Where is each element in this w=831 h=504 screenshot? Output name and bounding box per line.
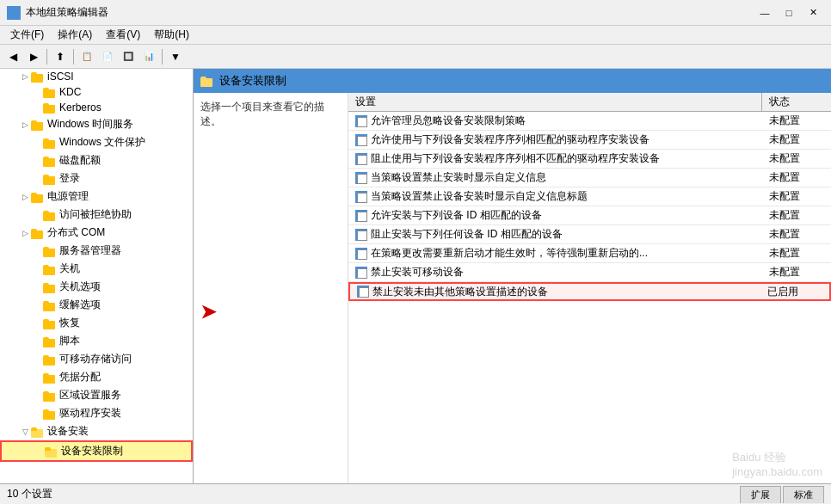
settings-button[interactable]: 📊 [139,47,158,66]
menu-bar: 文件(F) 操作(A) 查看(V) 帮助(H) [0,26,831,45]
policy-icon-1 [355,134,367,146]
row-status-0: 未配置 [762,114,831,128]
col-header-status: 状态 [762,93,831,111]
tree-item-removable-storage[interactable]: ▷ 可移动存储访问 [0,350,193,368]
folder-icon-kerberos [43,101,57,114]
table-row[interactable]: 允许使用与下列设备安装程序序列相匹配的驱动程序安装设备 未配置 [348,131,831,150]
tree-item-access-denied[interactable]: ▷ 访问被拒绝协助 [0,206,193,224]
tree-label-device-install: 设备安装 [47,424,89,439]
tree-label-scripts: 脚本 [59,334,80,348]
policy-icon-7 [355,248,367,260]
tree-item-iscsi[interactable]: ▷ iSCSI [0,69,193,84]
expand-iscsi[interactable]: ▷ [19,71,31,83]
folder-icon-disk-quota [43,155,57,167]
row-setting-8: 禁止安装可移动设备 [348,265,762,280]
maximize-button[interactable]: □ [778,4,800,22]
table-row[interactable]: 允许安装与下列设备 ID 相匹配的设备 未配置 [348,206,831,225]
expand-power[interactable]: ▷ [19,191,31,203]
row-status-7: 未配置 [762,246,831,261]
row-status-6: 未配置 [762,227,831,242]
folder-icon-kdc [43,86,57,98]
tree-label-dcom: 分布式 COM [47,225,105,240]
tree-label-kerberos: Kerberos [59,101,102,114]
tree-item-device-restrictions[interactable]: ▷ 设备安装限制 [0,440,193,462]
forward-button[interactable]: ▶ [24,47,43,66]
row-status-5: 未配置 [762,208,831,223]
tree-label-power: 电源管理 [47,189,89,204]
expand-dcom[interactable]: ▷ [19,227,31,239]
policy-icon-5 [355,210,367,222]
tree-item-windows-file[interactable]: ▷ Windows 文件保护 [0,133,193,151]
close-button[interactable]: ✕ [802,4,824,22]
tree-label-disk-quota: 磁盘配额 [59,153,101,168]
tree-item-device-install[interactable]: ▽ 设备安装 [0,422,193,440]
up-button[interactable]: ⬆ [51,47,70,66]
tree-item-credentials[interactable]: ▷ 凭据分配 [0,368,193,386]
tree-label-server-mgr: 服务器管理器 [59,243,121,258]
main-area: ▷ iSCSI ▷ KDC ▷ Kerberos ▷ Windows 时间服务 … [0,69,831,483]
tree-item-disk-quota[interactable]: ▷ 磁盘配额 [0,151,193,169]
tree-item-shutdown-opts[interactable]: ▷ 关机选项 [0,278,193,296]
tree-item-server-mgr[interactable]: ▷ 服务器管理器 [0,242,193,260]
back-button[interactable]: ◀ [3,47,22,66]
folder-icon-dcom [31,227,45,239]
tree-item-windows-time[interactable]: ▷ Windows 时间服务 [0,115,193,133]
policy-icon-0 [355,115,367,127]
tree-item-kerberos[interactable]: ▷ Kerberos [0,100,193,115]
table-row[interactable]: 当策略设置禁止安装时显示自定义信息 未配置 [348,169,831,187]
minimize-button[interactable]: — [754,4,776,22]
show-hide-button[interactable]: 📋 [77,47,96,66]
tree-label-iscsi: iSCSI [47,71,74,83]
tree-item-login[interactable]: ▷ 登录 [0,169,193,187]
tree-item-shutdown[interactable]: ▷ 关机 [0,260,193,278]
row-status-2: 未配置 [762,151,831,166]
policy-icon-6 [355,229,367,241]
row-setting-1: 允许使用与下列设备安装程序序列相匹配的驱动程序安装设备 [348,132,762,147]
window-controls: — □ ✕ [754,4,824,22]
properties-button[interactable]: 📄 [98,47,117,66]
menu-view[interactable]: 查看(V) [99,26,147,44]
view-button[interactable]: 🔲 [119,47,138,66]
row-setting-2: 阻止使用与下列设备安装程序序列相不匹配的驱动程序安装设备 [348,151,762,166]
tree-item-scripts[interactable]: ▷ 脚本 [0,332,193,350]
tree-item-driver-install[interactable]: ▷ 驱动程序安装 [0,404,193,422]
menu-action[interactable]: 操作(A) [51,26,99,44]
tab-standard[interactable]: 标准 [783,486,824,503]
tab-expand[interactable]: 扩展 [740,486,781,503]
folder-icon-win-file [43,137,57,149]
right-header-folder-icon [200,75,214,87]
menu-help[interactable]: 帮助(H) [147,26,196,44]
left-tree-pane[interactable]: ▷ iSCSI ▷ KDC ▷ Kerberos ▷ Windows 时间服务 … [0,69,194,483]
table-row[interactable]: 允许管理员忽略设备安装限制策略 未配置 [348,112,831,131]
folder-icon-access-denied [43,209,57,221]
folder-icon-iscsi [31,71,45,83]
tree-item-locale[interactable]: ▷ 区域设置服务 [0,386,193,404]
menu-file[interactable]: 文件(F) [3,26,51,44]
folder-icon-device-install [31,426,45,438]
policy-icon-8 [355,267,367,279]
settings-table[interactable]: 设置 状态 允许管理员忽略设备安装限制策略 未配置 允许使用与下列设备安装程序序… [348,93,831,483]
tree-label-login: 登录 [59,171,80,186]
table-row-highlighted[interactable]: 禁止安装未由其他策略设置描述的设备 已启用 [348,282,831,301]
table-row[interactable]: 禁止安装可移动设备 未配置 [348,263,831,282]
tree-label-shutdown: 关机 [59,261,80,276]
expand-device-install[interactable]: ▽ [19,426,31,438]
table-row[interactable]: 阻止安装与下列任何设备 ID 相匹配的设备 未配置 [348,225,831,244]
tree-item-power[interactable]: ▷ 电源管理 [0,187,193,206]
tree-label-access-denied: 访问被拒绝协助 [59,207,132,222]
tree-item-kdc[interactable]: ▷ KDC [0,84,193,100]
folder-icon-shutdown [43,263,57,275]
tree-item-mitigation[interactable]: ▷ 缓解选项 [0,296,193,314]
filter-button[interactable]: ▼ [166,47,185,66]
tree-item-recovery[interactable]: ▷ 恢复 [0,314,193,332]
expand-win-time[interactable]: ▷ [19,119,31,131]
annotation-arrow: ➤ [200,301,341,323]
table-row[interactable]: 在策略更改需要重新启动才能生效时，等待强制重新启动的... 未配置 [348,244,831,263]
row-setting-6: 阻止安装与下列任何设备 ID 相匹配的设备 [348,227,762,242]
col-header-setting: 设置 [348,93,762,111]
table-row[interactable]: 当策略设置禁止设备安装时显示自定义信息标题 未配置 [348,187,831,206]
right-header: 设备安装限制 [194,69,831,93]
tree-item-dcom[interactable]: ▷ 分布式 COM [0,224,193,242]
row-status-1: 未配置 [762,132,831,147]
table-row[interactable]: 阻止使用与下列设备安装程序序列相不匹配的驱动程序安装设备 未配置 [348,150,831,169]
